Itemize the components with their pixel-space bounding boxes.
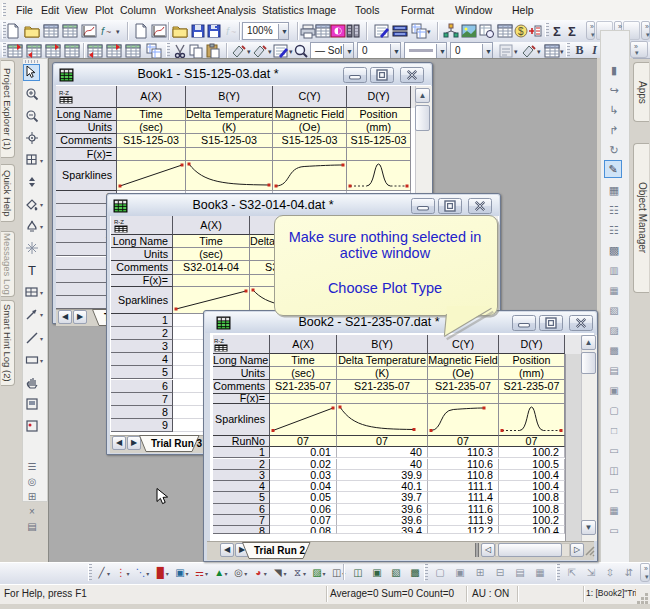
svg-text:R-Z: R-Z <box>214 338 224 344</box>
svg-text:R-Z: R-Z <box>59 90 69 96</box>
svg-text:$: $ <box>518 26 524 37</box>
svg-text:~: ~ <box>106 27 111 37</box>
svg-text:f: f <box>101 25 105 37</box>
svg-text:~: ~ <box>231 27 236 37</box>
svg-text:Trial Run 2: Trial Run 2 <box>254 545 306 556</box>
svg-text:Trial Run 3: Trial Run 3 <box>151 438 203 449</box>
svg-text:Σ: Σ <box>568 24 576 39</box>
svg-text:Σ: Σ <box>553 24 561 39</box>
svg-text:R-Z: R-Z <box>114 219 124 225</box>
svg-text:f: f <box>226 25 230 37</box>
svg-text:T: T <box>28 263 36 278</box>
